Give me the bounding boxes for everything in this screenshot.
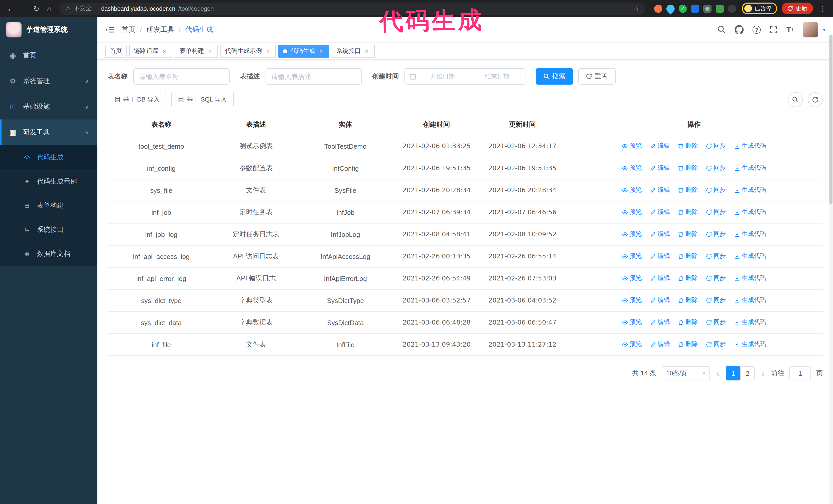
close-tab-icon[interactable]: × xyxy=(264,48,271,54)
app-logo[interactable]: 芋道管理系统 xyxy=(0,17,97,43)
preview-link[interactable]: 预览 xyxy=(622,340,642,349)
close-tab-icon[interactable]: × xyxy=(318,48,325,54)
browser-reload-icon[interactable]: ↻ xyxy=(31,3,42,14)
search-icon[interactable] xyxy=(717,25,726,34)
goto-page-input[interactable] xyxy=(789,366,811,380)
help-icon[interactable]: ? xyxy=(753,25,761,33)
sidebar-toggle-icon[interactable] xyxy=(105,25,114,34)
refresh-table-button[interactable] xyxy=(808,92,823,107)
edit-link[interactable]: 编辑 xyxy=(650,142,670,150)
delete-link[interactable]: 删除 xyxy=(678,252,698,261)
generate-code-link[interactable]: 生成代码 xyxy=(734,318,766,327)
view-tab[interactable]: 代码生成 × xyxy=(278,44,329,58)
edit-link[interactable]: 编辑 xyxy=(650,230,670,239)
table-name-input[interactable] xyxy=(133,68,230,85)
edit-link[interactable]: 编辑 xyxy=(650,296,670,305)
sidebar-submenu-item[interactable]: ▤ 表单构建 xyxy=(0,193,97,217)
generate-code-link[interactable]: 生成代码 xyxy=(734,230,766,239)
extension-orange-icon[interactable] xyxy=(654,4,662,13)
generate-code-link[interactable]: 生成代码 xyxy=(734,142,766,150)
profile-paused-badge[interactable]: 已暂停 xyxy=(742,3,777,14)
breadcrumb-home[interactable]: 首页 xyxy=(121,25,135,34)
preview-link[interactable]: 预览 xyxy=(622,186,642,195)
bookmark-star-icon[interactable]: ☆ xyxy=(633,5,639,12)
delete-link[interactable]: 删除 xyxy=(678,340,698,349)
prev-page-button[interactable]: ‹ xyxy=(715,369,721,378)
browser-home-icon[interactable]: ⌂ xyxy=(44,3,55,14)
edit-link[interactable]: 编辑 xyxy=(650,340,670,349)
sync-link[interactable]: 同步 xyxy=(706,274,726,283)
import-from-db-button[interactable]: 基于 DB 导入 xyxy=(108,92,166,107)
sidebar-submenu-item[interactable]: ⇆ 系统接口 xyxy=(0,217,97,241)
edit-link[interactable]: 编辑 xyxy=(650,186,670,195)
extension-blue-icon[interactable] xyxy=(691,4,699,13)
generate-code-link[interactable]: 生成代码 xyxy=(734,252,766,261)
preview-link[interactable]: 预览 xyxy=(622,318,642,327)
sync-link[interactable]: 同步 xyxy=(706,340,726,349)
address-bar[interactable]: ⚠ 不安全 dashboard.yudao.iocoder.cn/tool/co… xyxy=(60,2,645,15)
generate-code-link[interactable]: 生成代码 xyxy=(734,274,766,283)
preview-link[interactable]: 预览 xyxy=(622,296,642,305)
edit-link[interactable]: 编辑 xyxy=(650,318,670,327)
delete-link[interactable]: 删除 xyxy=(678,186,698,195)
delete-link[interactable]: 删除 xyxy=(678,164,698,172)
sidebar-menu-item[interactable]: ▣ 研发工具 ∧ xyxy=(0,119,97,145)
delete-link[interactable]: 删除 xyxy=(678,296,698,305)
sync-link[interactable]: 同步 xyxy=(706,186,726,195)
generate-code-link[interactable]: 生成代码 xyxy=(734,164,766,172)
extension-green-icon[interactable] xyxy=(716,4,724,13)
preview-link[interactable]: 预览 xyxy=(622,164,642,172)
page-size-select[interactable]: 10条/页 ▾ xyxy=(662,366,710,380)
avatar-caret-icon[interactable]: ▾ xyxy=(823,27,825,32)
sync-link[interactable]: 同步 xyxy=(706,318,726,327)
browser-update-button[interactable]: 更新 xyxy=(782,3,813,14)
page-number-button[interactable]: 1 xyxy=(726,366,740,380)
user-avatar[interactable] xyxy=(803,22,818,37)
edit-link[interactable]: 编辑 xyxy=(650,164,670,172)
view-tab[interactable]: 链路追踪 × xyxy=(129,44,172,58)
generate-code-link[interactable]: 生成代码 xyxy=(734,208,766,217)
close-tab-icon[interactable]: × xyxy=(161,48,168,54)
search-button[interactable]: 搜索 xyxy=(536,68,573,85)
close-tab-icon[interactable]: × xyxy=(363,48,370,54)
delete-link[interactable]: 删除 xyxy=(678,318,698,327)
view-tab[interactable]: 代码生成示例 × xyxy=(220,44,276,58)
preview-link[interactable]: 预览 xyxy=(622,230,642,239)
font-size-icon[interactable]: TT xyxy=(786,25,794,34)
sidebar-menu-item[interactable]: ⚙ 系统管理 ∨ xyxy=(0,68,97,94)
generate-code-link[interactable]: 生成代码 xyxy=(734,296,766,305)
browser-back-icon[interactable]: ← xyxy=(5,3,17,14)
sidebar-submenu-item[interactable]: ◈ 代码生成示例 xyxy=(0,169,97,193)
fullscreen-icon[interactable] xyxy=(769,25,778,33)
edit-link[interactable]: 编辑 xyxy=(650,252,670,261)
generate-code-link[interactable]: 生成代码 xyxy=(734,340,766,349)
sync-link[interactable]: 同步 xyxy=(706,296,726,305)
sync-link[interactable]: 同步 xyxy=(706,230,726,239)
delete-link[interactable]: 删除 xyxy=(678,142,698,150)
sync-link[interactable]: 同步 xyxy=(706,164,726,172)
scrollbar-thumb[interactable] xyxy=(829,35,832,204)
delete-link[interactable]: 删除 xyxy=(678,208,698,217)
view-tab[interactable]: 首页 × xyxy=(105,44,127,58)
browser-forward-icon[interactable]: → xyxy=(18,3,29,14)
preview-link[interactable]: 预览 xyxy=(622,252,642,261)
window-scrollbar[interactable] xyxy=(829,34,833,504)
sync-link[interactable]: 同步 xyxy=(706,208,726,217)
sync-link[interactable]: 同步 xyxy=(706,252,726,261)
reset-button[interactable]: 重置 xyxy=(578,68,616,85)
sidebar-menu-item[interactable]: ⊞ 基础设施 ∨ xyxy=(0,94,97,119)
preview-link[interactable]: 预览 xyxy=(622,142,642,150)
close-tab-icon[interactable]: × xyxy=(207,48,213,54)
edit-link[interactable]: 编辑 xyxy=(650,208,670,217)
create-time-range-picker[interactable]: 开始日期 - 结束日期 xyxy=(404,68,525,85)
extension-drop-icon[interactable] xyxy=(665,3,676,14)
page-number-button[interactable]: 2 xyxy=(740,366,755,380)
sidebar-menu-item[interactable]: ◉ 首页 xyxy=(0,43,97,68)
extension-check-icon[interactable]: ✓ xyxy=(679,4,687,13)
table-desc-input[interactable] xyxy=(265,68,362,85)
sidebar-submenu-item[interactable]: ▦ 数据库文档 xyxy=(0,241,97,266)
delete-link[interactable]: 删除 xyxy=(678,230,698,239)
extension-screenshot-icon[interactable] xyxy=(703,4,712,13)
next-page-button[interactable]: › xyxy=(760,369,766,378)
import-from-sql-button[interactable]: 基于 SQL 导入 xyxy=(171,92,234,107)
